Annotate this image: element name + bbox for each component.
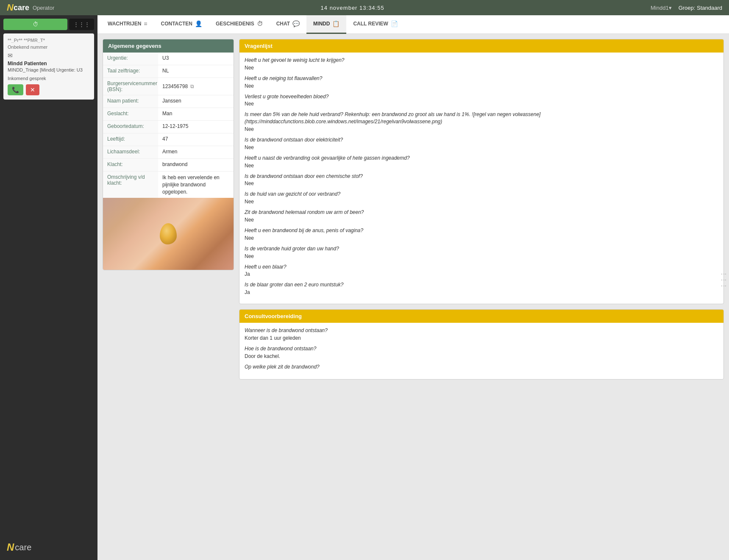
consult-answer-1: Korter dan 1 uur geleden — [245, 335, 718, 341]
topbar-right: Mindd1▾ Groep: Standaard — [651, 5, 722, 11]
tab-contacten[interactable]: CONTACTEN 👤 — [154, 15, 209, 34]
tab-wachtrijen[interactable]: WACHTRIJEN ≡ — [101, 15, 154, 34]
value-urgentie: U3 — [158, 53, 234, 65]
caller-unknown-label: Onbekend nummer — [8, 44, 90, 50]
qa-answer-5: Nee — [245, 144, 718, 150]
tab-call-review[interactable]: CALL REVIEW 📄 — [346, 15, 404, 34]
contacten-icon: 👤 — [195, 20, 202, 27]
qa-item-11: Is de verbrande huid groter dan uw hand?… — [245, 245, 718, 259]
topbar-logo: Ncare — [7, 2, 29, 13]
blister-visual — [160, 223, 177, 244]
bsn-number: 123456798 — [162, 83, 188, 89]
copy-bsn-icon[interactable]: ⧉ — [190, 83, 194, 89]
topbar-datetime: 14 november 13:34:55 — [321, 5, 384, 11]
qa-question-3: Verliest u grote hoeveelheden bloed? — [245, 93, 718, 100]
value-taal: NL — [158, 65, 234, 78]
grid-button[interactable]: ⋮⋮⋮ — [69, 19, 94, 30]
grid-icon: ⋮⋮⋮ — [73, 21, 90, 28]
timer-button[interactable]: ⏱ — [3, 19, 67, 30]
caller-number: **_Pr** **PMR_T* — [8, 38, 90, 43]
qa-answer-3: Nee — [245, 101, 718, 107]
burn-image-container — [103, 198, 234, 270]
topbar-group: Groep: Standaard — [679, 5, 722, 11]
side-dots: ⋮⋮⋮ — [721, 271, 727, 289]
contacten-label: CONTACTEN — [161, 21, 192, 27]
qa-item-8: Is de huid van uw gezicht of oor verbran… — [245, 191, 718, 205]
consult-item-3: Op welke plek zit de brandwond? — [245, 363, 718, 371]
qa-answer-11: Nee — [245, 253, 718, 259]
label-taal: Taal zelftriage: — [103, 65, 158, 78]
qa-question-13: Is de blaar groter dan een 2 euro muntst… — [245, 281, 718, 288]
reject-button[interactable]: ✕ — [26, 84, 39, 95]
email-icon: ✉ — [8, 52, 90, 59]
qa-item-3: Verliest u grote hoeveelheden bloed? Nee — [245, 93, 718, 107]
qa-answer-9: Nee — [245, 217, 718, 223]
qa-question-2: Heeft u de neiging tot flauwvallen? — [245, 75, 718, 82]
consultvoorbereiding-card: Consultvoorbereiding Wanneer is de brand… — [239, 309, 724, 379]
qa-answer-7: Nee — [245, 180, 718, 186]
consult-question-2: Hoe is de brandwond ontstaan? — [245, 345, 718, 352]
consultvoorbereiding-body: Wanneer is de brandwond ontstaan? Korter… — [239, 323, 723, 379]
value-geslacht: Man — [158, 108, 234, 120]
qa-item-4: Is meer dan 5% van de hele huid verbrand… — [245, 111, 718, 132]
qa-item-10: Heeft u een brandwond bij de anus, penis… — [245, 227, 718, 241]
algemene-gegevens-card: Algemene gegevens Urgentie: U3 Taal zelf… — [103, 39, 234, 270]
field-naam: Naam patient: Janssen — [103, 95, 234, 108]
qa-item-9: Zit de brandwond helemaal rondom uw arm … — [245, 209, 718, 223]
call-review-label: CALL REVIEW — [353, 21, 388, 27]
field-lichaamsdeel: Lichaamsdeel: Armen — [103, 146, 234, 159]
burn-image — [103, 198, 234, 270]
tab-geschiedenis[interactable]: GESCHIEDENIS ⏱ — [209, 15, 270, 34]
field-omschrijving: Omschrijving v/d klacht: Ik heb een verv… — [103, 172, 234, 198]
label-naam: Naam patient: — [103, 95, 158, 108]
field-geboortedatum: Geboortedatum: 12-12-1975 — [103, 121, 234, 133]
sidebar: ⏱ ⋮⋮⋮ **_Pr** **PMR_T* Onbekend nummer ✉… — [0, 15, 97, 560]
caller-name: Mindd Patienten — [8, 61, 90, 67]
qa-answer-8: Nee — [245, 199, 718, 205]
consultvoorbereiding-header: Consultvoorbereiding — [239, 310, 723, 323]
call-review-icon: 📄 — [391, 20, 398, 27]
value-geboortedatum: 12-12-1975 — [158, 121, 234, 133]
qa-answer-2: Nee — [245, 83, 718, 89]
value-omschrijving: Ik heb een vervelende en pijnlijke brand… — [158, 172, 234, 198]
field-klacht: Klacht: brandwond — [103, 159, 234, 172]
content-area: WACHTRIJEN ≡ CONTACTEN 👤 GESCHIEDENIS ⏱ … — [97, 15, 729, 560]
qa-item-7: Is de brandwond ontstaan door een chemis… — [245, 173, 718, 187]
qa-answer-10: Nee — [245, 235, 718, 241]
sidebar-footer: N care — [3, 538, 94, 557]
sidebar-logo-text: care — [15, 543, 31, 552]
value-naam: Janssen — [158, 95, 234, 108]
caller-actions: 📞 ✕ — [8, 84, 90, 95]
consult-item-1: Wanneer is de brandwond ontstaan? Korter… — [245, 327, 718, 341]
qa-answer-1: Nee — [245, 65, 718, 71]
qa-item-12: Heeft u een blaar? Ja — [245, 263, 718, 277]
caller-card: **_Pr** **PMR_T* Onbekend nummer ✉ Mindd… — [3, 33, 94, 100]
topbar-left: Ncare Operator — [7, 2, 54, 13]
tab-mindd[interactable]: MINDD 📋 — [306, 15, 346, 34]
label-urgentie: Urgentie: — [103, 53, 158, 65]
mindd-label: MINDD — [313, 21, 330, 27]
tab-chat[interactable]: CHAT 💬 — [270, 15, 306, 34]
main-content: Algemene gegevens Urgentie: U3 Taal zelf… — [97, 34, 729, 560]
qa-answer-13: Ja — [245, 289, 718, 295]
qa-item-5: Is de brandwond ontstaan door elektricit… — [245, 136, 718, 150]
label-geslacht: Geslacht: — [103, 108, 158, 120]
answer-button[interactable]: 📞 — [8, 84, 23, 95]
label-lichaamsdeel: Lichaamsdeel: — [103, 146, 158, 158]
topbar-user[interactable]: Mindd1▾ — [651, 5, 672, 11]
consult-question-1: Wanneer is de brandwond ontstaan? — [245, 327, 718, 334]
vragenlijst-card: Vragenlijst Heeft u het gevoel te weinig… — [239, 39, 724, 304]
geschiedenis-label: GESCHIEDENIS — [216, 21, 254, 27]
logo-mark: N — [7, 2, 14, 13]
qa-question-6: Heeft u naast de verbranding ook gevaarl… — [245, 155, 718, 162]
qa-question-8: Is de huid van uw gezicht of oor verbran… — [245, 191, 718, 198]
left-panel: Algemene gegevens Urgentie: U3 Taal zelf… — [103, 39, 234, 555]
field-bsn: Burgerservicenummer (BSN): 123456798 ⧉ — [103, 78, 234, 95]
wachtrijen-label: WACHTRIJEN — [108, 21, 141, 27]
qa-question-11: Is de verbrande huid groter dan uw hand? — [245, 245, 718, 252]
algemene-gegevens-body: Urgentie: U3 Taal zelftriage: NL Burgers… — [103, 53, 234, 198]
label-klacht: Klacht: — [103, 159, 158, 171]
qa-question-5: Is de brandwond ontstaan door elektricit… — [245, 136, 718, 144]
qa-question-9: Zit de brandwond helemaal rondom uw arm … — [245, 209, 718, 216]
topbar-operator-label: Operator — [33, 5, 54, 11]
